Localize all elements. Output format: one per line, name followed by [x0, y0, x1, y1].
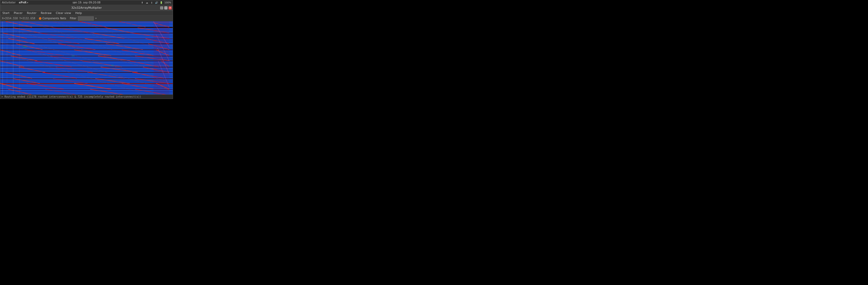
upload-icon: ⬆	[141, 1, 144, 4]
svg-rect-32	[0, 38, 173, 38]
filter-dropdown-arrow[interactable]: ▾	[95, 17, 96, 20]
filter-input[interactable]	[78, 16, 94, 21]
system-bar-right: ⬆ ☁ 🌡 🔊 🔋 100%	[141, 1, 171, 4]
svg-rect-158	[111, 65, 114, 65]
svg-rect-23	[0, 33, 173, 33]
canvas-area[interactable]	[0, 22, 173, 95]
svg-rect-119	[0, 86, 173, 87]
nets-radio-text: Nets	[60, 17, 66, 20]
svg-rect-72	[0, 61, 173, 61]
black-area	[173, 0, 868, 285]
svg-rect-156	[23, 46, 27, 47]
maximize-button[interactable]: □	[164, 6, 167, 9]
epnr-dropdown-arrow: ▾	[27, 1, 28, 4]
thermometer-icon: 🌡	[150, 1, 153, 4]
svg-rect-63	[0, 56, 173, 56]
svg-rect-83	[0, 67, 173, 67]
svg-rect-148	[7, 22, 7, 95]
svg-rect-150	[19, 22, 20, 95]
svg-rect-89	[0, 68, 173, 69]
routing-svg	[0, 22, 173, 95]
svg-rect-149	[13, 22, 13, 95]
svg-rect-19	[0, 29, 173, 29]
svg-rect-127	[0, 91, 173, 91]
close-button[interactable]: ✕	[168, 6, 172, 9]
svg-rect-69	[0, 57, 173, 58]
svg-rect-80	[0, 64, 173, 64]
minimize-button[interactable]: –	[160, 6, 163, 9]
svg-rect-157	[71, 56, 75, 56]
svg-rect-12	[0, 26, 173, 27]
svg-rect-90	[0, 70, 173, 70]
components-radio-dot	[39, 17, 41, 20]
system-bar-left: Aktiviteter ePnR ▾	[2, 1, 28, 4]
svg-rect-129	[0, 94, 173, 94]
components-radio-label[interactable]: Components	[39, 17, 59, 20]
menu-clearview[interactable]: Clear view	[55, 11, 72, 15]
svg-rect-11	[0, 25, 173, 26]
svg-rect-151	[153, 22, 169, 95]
svg-rect-9	[0, 23, 173, 23]
menu-start[interactable]: Start	[1, 11, 10, 15]
view-radio-group: Components Nets	[39, 17, 66, 20]
status-message: > Routing ended (11178 routed interconne…	[1, 95, 141, 98]
svg-rect-29	[0, 34, 173, 35]
svg-rect-147	[2, 22, 3, 95]
svg-rect-31	[0, 37, 173, 37]
menu-redraw[interactable]: Redraw	[40, 11, 53, 15]
svg-rect-60	[0, 53, 173, 53]
toolbar: X=3554.558 Y=3132.658 Components Nets Fi…	[0, 15, 173, 22]
status-bar: > Routing ended (11178 routed interconne…	[0, 95, 173, 99]
components-radio-text: Components	[42, 17, 59, 20]
svg-rect-21	[0, 31, 173, 32]
window-title: 32x32ArrayMultiplier	[71, 6, 102, 9]
menu-help[interactable]: Help	[74, 11, 83, 15]
svg-rect-51	[0, 49, 173, 49]
battery-icon: 🔋	[159, 1, 163, 4]
epnr-menu[interactable]: ePnR ▾	[19, 1, 28, 4]
menu-bar: Start Placer Router Redraw Clear view He…	[0, 11, 173, 15]
window-controls: – □ ✕	[160, 6, 172, 9]
menu-placer[interactable]: Placer	[13, 11, 24, 15]
svg-rect-79	[0, 62, 173, 63]
svg-rect-41	[0, 42, 173, 43]
svg-rect-30	[0, 36, 173, 36]
nets-radio-label[interactable]: Nets	[60, 17, 66, 20]
filter-label: Filter	[70, 17, 76, 20]
svg-rect-64	[0, 56, 173, 61]
svg-rect-121	[0, 89, 173, 90]
system-bar: Aktiviteter ePnR ▾ søn 19. sep 09:20:08 …	[0, 0, 173, 5]
epnr-logo: ePnR	[19, 1, 26, 4]
title-bar: 32x32ArrayMultiplier – □ ✕	[0, 5, 173, 11]
menu-router[interactable]: Router	[26, 11, 37, 15]
cloud-icon: ☁	[145, 1, 149, 4]
svg-rect-10	[0, 24, 173, 24]
svg-rect-20	[0, 30, 173, 30]
system-bar-datetime: søn 19. sep 09:20:08	[73, 1, 101, 4]
svg-rect-109	[0, 81, 173, 82]
svg-rect-13	[0, 28, 173, 28]
svg-rect-110	[0, 83, 173, 83]
aktiviteter-label[interactable]: Aktiviteter	[2, 1, 16, 4]
coord-display: X=3554.558 Y=3132.658	[2, 17, 35, 20]
svg-rect-59	[0, 51, 173, 51]
svg-rect-92	[0, 72, 173, 73]
svg-rect-120	[0, 88, 173, 88]
svg-rect-50	[0, 48, 173, 48]
battery-percent: 100%	[164, 1, 171, 4]
svg-rect-42	[0, 44, 173, 44]
svg-rect-81	[0, 65, 173, 66]
app-window: Aktiviteter ePnR ▾ søn 19. sep 09:20:08 …	[0, 0, 173, 99]
svg-rect-61	[0, 54, 173, 55]
svg-rect-39	[0, 40, 173, 40]
speaker-icon: 🔊	[155, 1, 158, 4]
svg-rect-101	[0, 78, 173, 78]
